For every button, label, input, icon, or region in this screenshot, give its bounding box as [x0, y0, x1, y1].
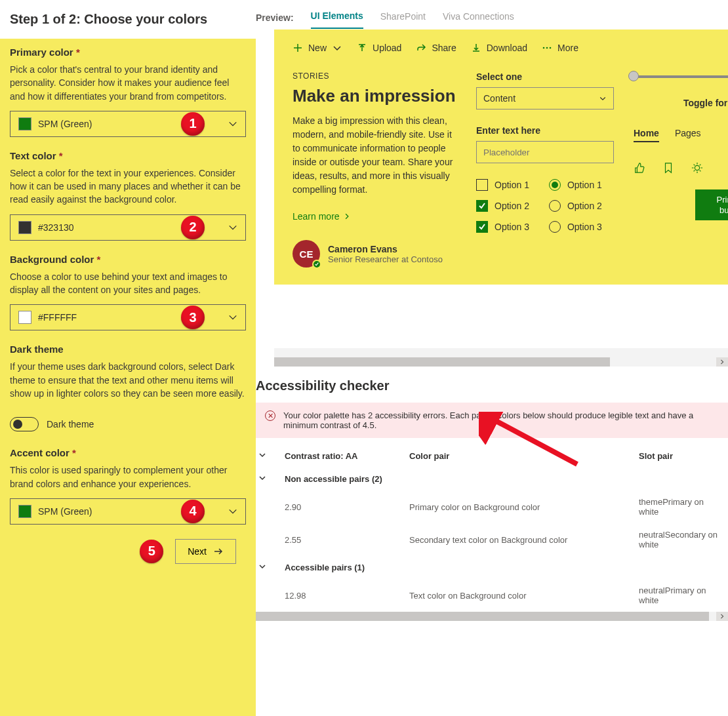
col-color-pair: Color pair	[409, 451, 639, 461]
text-color-desc: Select a color for the text in your expe…	[10, 167, 246, 207]
cmd-share[interactable]: Share	[416, 43, 456, 53]
text-color-swatch	[18, 221, 31, 234]
accent-color-desc: This color is used sparingly to compleme…	[10, 464, 246, 490]
accessibility-checker: Accessibility checker ✕ Your color palet…	[256, 367, 728, 621]
svg-point-4	[695, 165, 699, 170]
slider-thumb[interactable]	[628, 71, 639, 81]
annotation-badge-1: 1	[181, 112, 205, 136]
right-panel: Preview: UI Elements SharePoint Viva Con…	[256, 0, 728, 716]
left-panel: Step 1 of 2: Choose your colors Primary …	[0, 0, 256, 716]
next-button[interactable]: Next	[175, 539, 236, 564]
col-slot-pair: Slot pair	[639, 451, 725, 461]
slider[interactable]	[634, 75, 728, 78]
annotation-badge-4: 4	[181, 500, 205, 523]
arrow-right-icon	[213, 546, 224, 557]
text-color-dropdown[interactable]: #323130 2	[10, 214, 246, 241]
tab-ui-elements[interactable]: UI Elements	[311, 7, 363, 29]
primary-color-heading: Primary color *	[10, 47, 246, 58]
next-button-label: Next	[188, 546, 207, 557]
scrollbar-thumb[interactable]	[274, 357, 610, 367]
scrollbar-thumb[interactable]	[256, 612, 709, 621]
checkbox-option-2[interactable]: Option 2	[476, 200, 529, 212]
cmd-download[interactable]: Download	[471, 43, 527, 53]
checkbox-checked-icon	[476, 221, 488, 233]
like-icon[interactable]	[634, 162, 645, 174]
preview-subtab-pages[interactable]: Pages	[675, 128, 701, 142]
enter-text-label: Enter text here	[476, 125, 614, 136]
error-icon: ✕	[265, 410, 275, 421]
radio-option-1[interactable]: Option 1	[549, 179, 602, 191]
radio-icon	[549, 200, 561, 212]
chevron-down-icon	[228, 507, 237, 516]
svg-point-2	[550, 47, 552, 49]
accent-color-dropdown[interactable]: SPM (Green) 4	[10, 498, 246, 525]
cmd-upload[interactable]: Upload	[357, 43, 401, 53]
select-one-dropdown[interactable]: Content	[476, 87, 614, 109]
scroll-right-button[interactable]	[716, 612, 728, 621]
chevron-down-icon	[599, 94, 607, 102]
scroll-right-button[interactable]	[716, 357, 728, 367]
chevron-down-icon	[258, 474, 285, 484]
stories-label: STORIES	[293, 71, 456, 81]
chevron-right-icon	[344, 213, 350, 220]
checkbox-icon	[476, 179, 488, 191]
bookmark-icon[interactable]	[662, 162, 674, 174]
dark-theme-toggle-label: Dark theme	[47, 419, 94, 429]
a11y-table: Contrast ratio: AA Color pair Slot pair …	[256, 445, 728, 612]
chevron-down-icon	[228, 119, 237, 129]
primary-color-desc: Pick a color that's central to your bran…	[10, 63, 246, 103]
table-row: 2.55 Secondary text color on Background …	[256, 523, 728, 556]
horizontal-scrollbar[interactable]	[256, 612, 728, 621]
horizontal-scrollbar[interactable]	[274, 357, 728, 367]
checkbox-option-3[interactable]: Option 3	[476, 221, 529, 233]
learn-more-link[interactable]: Learn more	[293, 211, 456, 222]
col-contrast-ratio: Contrast ratio: AA	[285, 451, 409, 461]
section-accent-color: Accent color * This color is used sparin…	[0, 439, 256, 530]
accent-color-swatch	[18, 505, 31, 518]
chevron-down-icon[interactable]	[258, 451, 285, 461]
chevron-down-icon	[332, 43, 342, 53]
background-color-heading: Background color *	[10, 254, 246, 265]
group-non-accessible[interactable]: Non accessible pairs (2)	[256, 467, 728, 490]
preview-label: Preview:	[256, 12, 294, 23]
radio-option-2[interactable]: Option 2	[549, 200, 602, 212]
section-text-color: Text color * Select a color for the text…	[0, 142, 256, 246]
sun-icon[interactable]	[691, 162, 703, 174]
tab-viva-connections[interactable]: Viva Connections	[443, 7, 514, 28]
a11y-error-banner: ✕ Your color palette has 2 accessibility…	[256, 403, 728, 438]
dark-theme-toggle[interactable]	[10, 417, 39, 431]
tab-sharepoint[interactable]: SharePoint	[380, 7, 426, 28]
annotation-badge-2: 2	[181, 216, 205, 239]
cmd-more[interactable]: More	[542, 43, 578, 53]
section-dark-theme: Dark theme If your theme uses dark backg…	[0, 336, 256, 413]
avatar: CE	[293, 240, 320, 268]
checkbox-option-1[interactable]: Option 1	[476, 179, 529, 191]
chevron-down-icon	[258, 563, 285, 572]
cmd-new[interactable]: New	[293, 43, 342, 53]
annotation-badge-5: 5	[140, 540, 163, 563]
annotation-badge-3: 3	[181, 306, 205, 329]
upload-icon	[357, 43, 367, 53]
background-color-dropdown[interactable]: #FFFFFF 3	[10, 304, 246, 330]
step-title: Step 1 of 2: Choose your colors	[0, 0, 256, 39]
primary-color-dropdown[interactable]: SPM (Green) 1	[10, 111, 246, 137]
section-background-color: Background color * Choose a color to use…	[0, 246, 256, 336]
download-icon	[471, 43, 481, 53]
text-color-heading: Text color *	[10, 150, 246, 161]
preview-frame[interactable]: New Upload Share Dow	[274, 30, 728, 357]
group-accessible[interactable]: Accessible pairs (1)	[256, 556, 728, 579]
text-input[interactable]	[476, 141, 614, 163]
chevron-down-icon	[228, 313, 237, 322]
plus-icon	[293, 43, 303, 53]
persona: CE Cameron Evans Senior Researcher at Co…	[293, 240, 456, 268]
dark-theme-heading: Dark theme	[10, 344, 246, 355]
a11y-table-header: Contrast ratio: AA Color pair Slot pair	[256, 445, 728, 467]
impression-body: Make a big impression with this clean, m…	[293, 114, 456, 197]
primary-button[interactable]: Primary button	[695, 189, 728, 220]
share-icon	[416, 43, 426, 53]
preview-tabs: Preview: UI Elements SharePoint Viva Con…	[256, 0, 728, 30]
section-primary-color: Primary color * Pick a color that's cent…	[0, 39, 256, 142]
radio-option-3[interactable]: Option 3	[549, 221, 602, 233]
preview-subtab-home[interactable]: Home	[634, 128, 659, 142]
svg-point-1	[546, 47, 548, 49]
